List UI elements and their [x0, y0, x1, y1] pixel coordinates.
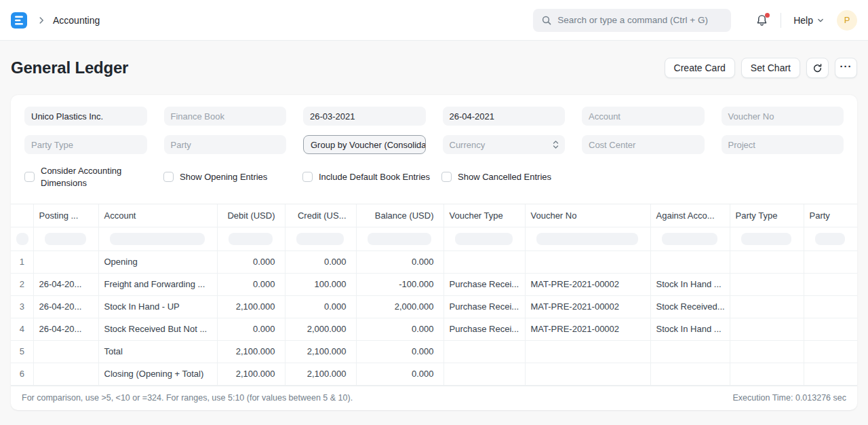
help-menu[interactable]: Help: [793, 15, 825, 26]
table-row: 1Opening0.0000.0000.000: [11, 251, 857, 273]
checkbox-icon[interactable]: [441, 172, 452, 182]
table-cell: [525, 363, 650, 385]
set-chart-button[interactable]: Set Chart: [741, 58, 800, 78]
table-cell: 26-04-20...: [33, 318, 98, 340]
page-actions: Create Card Set Chart ···: [665, 58, 857, 78]
column-header[interactable]: Credit (US...: [285, 204, 356, 227]
column-filter-input[interactable]: [536, 233, 638, 245]
checkbox-include-default-book-entries[interactable]: Include Default Book Entries: [302, 171, 441, 183]
table-cell: 0.000: [217, 251, 285, 273]
column-filter-input[interactable]: [815, 233, 845, 245]
checkbox-icon[interactable]: [24, 172, 35, 182]
filter-currency-placeholder: Currency: [450, 140, 486, 150]
notification-dot: [765, 13, 770, 18]
table-cell: [650, 340, 730, 363]
filter-party-type[interactable]: Party Type: [24, 135, 147, 154]
user-avatar[interactable]: P: [837, 10, 857, 31]
filter-cell: [804, 227, 857, 251]
table-cell: 2,100.000: [217, 363, 285, 385]
row-index: 5: [11, 340, 33, 363]
column-header[interactable]: Voucher Type: [443, 204, 525, 227]
row-index: 1: [11, 251, 33, 273]
column-filter-input[interactable]: [16, 233, 28, 245]
checkbox-icon[interactable]: [302, 172, 313, 182]
filter-party[interactable]: Party: [164, 135, 287, 154]
filter-finance-book[interactable]: Finance Book: [164, 107, 287, 126]
column-filter-input[interactable]: [455, 233, 513, 245]
checkbox-label: Consider Accounting Dimensions: [41, 165, 125, 189]
column-filter-input[interactable]: [662, 233, 717, 245]
report-card: Unico Plastics Inc. Finance Book 26-03-2…: [11, 95, 857, 410]
checkbox-show-cancelled-entries[interactable]: Show Cancelled Entries: [441, 171, 580, 183]
checkbox-show-opening-entries[interactable]: Show Opening Entries: [163, 171, 302, 183]
table-cell: 0.000: [217, 318, 285, 340]
filter-company[interactable]: Unico Plastics Inc.: [24, 107, 147, 126]
filter-project-placeholder: Project: [728, 140, 755, 150]
table-cell: [804, 251, 857, 273]
table-cell: -100.000: [356, 273, 443, 295]
table-cell: 0.000: [356, 251, 443, 273]
column-header[interactable]: Debit (USD): [217, 204, 285, 227]
filter-cell: [217, 227, 285, 251]
table-cell: 0.000: [356, 363, 443, 385]
filter-project[interactable]: Project: [722, 135, 844, 154]
column-filter-input[interactable]: [110, 233, 205, 245]
table-cell: Freight and Forwarding ...: [98, 273, 217, 295]
refresh-icon: [812, 63, 823, 73]
search-icon: [541, 15, 552, 26]
column-filter-input[interactable]: [368, 233, 431, 245]
breadcrumb-chevron-icon: [37, 16, 46, 25]
column-header[interactable]: [11, 204, 33, 227]
column-header[interactable]: Posting ...: [33, 204, 98, 227]
table-cell: Purchase Recei...: [443, 273, 525, 295]
table-cell: Stock Received...: [650, 295, 730, 318]
table-filter-row: [11, 227, 857, 251]
column-filter-input[interactable]: [45, 233, 86, 245]
chevron-down-icon: [816, 16, 825, 24]
column-filter-input[interactable]: [741, 233, 791, 245]
filter-to-date[interactable]: 26-04-2021: [443, 107, 566, 126]
filter-from-date[interactable]: 26-03-2021: [303, 107, 426, 126]
filter-party-placeholder: Party: [171, 140, 191, 150]
filter-group-by-select[interactable]: Group by Voucher (Consolidated): [303, 135, 426, 154]
table-cell: Opening: [98, 251, 217, 273]
column-header[interactable]: Against Acco...: [650, 204, 730, 227]
checkbox-label: Show Cancelled Entries: [458, 171, 551, 183]
table-cell: [525, 251, 650, 273]
notifications-button[interactable]: [755, 14, 768, 26]
row-index: 4: [11, 318, 33, 340]
table-cell: 0.000: [285, 295, 356, 318]
erpnext-logo-icon[interactable]: [11, 12, 27, 29]
table-cell: [443, 340, 525, 363]
select-arrows-icon: [553, 140, 559, 149]
table-cell: 26-04-20...: [33, 295, 98, 318]
table-cell: [804, 363, 857, 385]
filter-cell: [98, 227, 217, 251]
column-header[interactable]: Party Type: [730, 204, 804, 227]
column-filter-input[interactable]: [296, 233, 344, 245]
filter-cell: [285, 227, 356, 251]
refresh-button[interactable]: [806, 58, 829, 78]
column-header[interactable]: Balance (USD): [356, 204, 443, 227]
filter-cost-center[interactable]: Cost Center: [582, 135, 705, 154]
checkbox-icon[interactable]: [163, 172, 174, 182]
filter-cell: [730, 227, 804, 251]
filter-group-by-value: Group by Voucher (Consolidated): [311, 140, 426, 150]
global-search-input[interactable]: Search or type a command (Ctrl + G): [533, 9, 731, 32]
table-cell: Stock Received But Not ...: [98, 318, 217, 340]
menu-button[interactable]: ···: [835, 58, 857, 78]
column-header[interactable]: Account: [98, 204, 217, 227]
filter-voucher-no[interactable]: Voucher No: [722, 107, 844, 126]
column-filter-input[interactable]: [229, 233, 273, 245]
filter-company-value: Unico Plastics Inc.: [31, 111, 103, 122]
column-header[interactable]: Party: [804, 204, 857, 227]
checkbox-consider-accounting-dimensions[interactable]: Consider Accounting Dimensions: [24, 165, 163, 189]
filter-currency-select[interactable]: Currency: [443, 135, 566, 154]
create-card-button[interactable]: Create Card: [665, 58, 735, 78]
table-row: 5Total2,100.0002,100.0000.000: [11, 340, 857, 363]
breadcrumb-accounting[interactable]: Accounting: [53, 15, 100, 26]
column-header[interactable]: Voucher No: [525, 204, 650, 227]
filter-account[interactable]: Account: [582, 107, 705, 126]
general-ledger-table: Posting ...AccountDebit (USD)Credit (US.…: [11, 204, 857, 386]
table-cell: 2,100.000: [285, 340, 356, 363]
